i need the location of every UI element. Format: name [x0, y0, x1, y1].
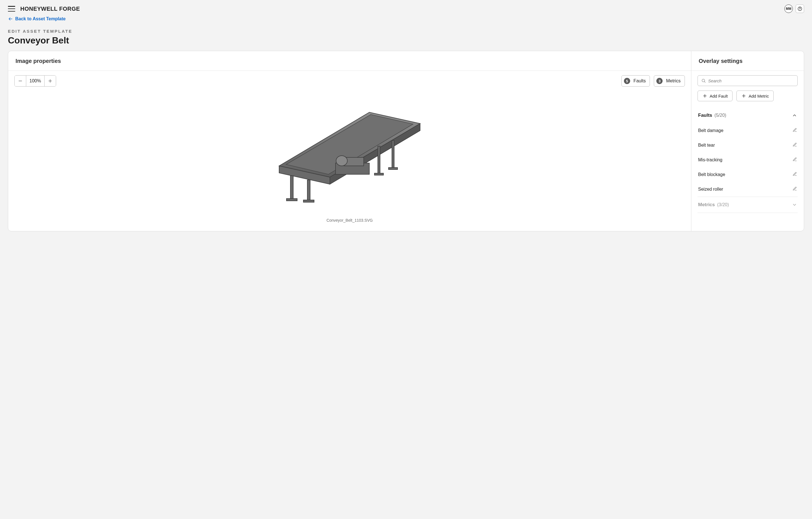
back-link[interactable]: Back to Asset Template: [8, 16, 66, 22]
faults-label: Faults: [634, 78, 646, 83]
edit-fault-button[interactable]: [792, 187, 797, 192]
back-link-label: Back to Asset Template: [15, 16, 66, 22]
edit-icon: [792, 142, 797, 147]
badge-group: 5 Faults 3 Metrics: [621, 75, 685, 87]
top-bar-right: MM: [784, 4, 804, 13]
search-box[interactable]: [698, 75, 798, 86]
overlay-settings-panel: Overlay settings Add Fault Add Metric: [691, 51, 804, 231]
svg-point-1: [800, 9, 800, 10]
image-filename: Conveyor_Belt_1103.SVG: [8, 218, 691, 231]
main-panel: Image properties 100% 5 Faults 3 Metric: [8, 51, 804, 231]
top-bar: HONEYWELL FORGE MM: [0, 0, 812, 15]
fault-item[interactable]: Belt blockage: [698, 167, 798, 182]
help-button[interactable]: [796, 4, 804, 13]
edit-icon: [792, 187, 797, 191]
add-buttons: Add Fault Add Metric: [698, 90, 798, 101]
image-properties-panel: Image properties 100% 5 Faults 3 Metric: [8, 51, 691, 231]
image-properties-title: Image properties: [8, 51, 691, 71]
add-fault-button[interactable]: Add Fault: [698, 90, 732, 101]
add-metric-button[interactable]: Add Metric: [736, 90, 774, 101]
metrics-badge[interactable]: 3 Metrics: [654, 75, 685, 87]
page-title: Conveyor Belt: [8, 35, 804, 46]
svg-rect-14: [286, 198, 297, 201]
faults-section-header[interactable]: Faults (5/20): [698, 107, 798, 123]
plus-icon: [702, 93, 707, 99]
faults-count: 5: [624, 78, 630, 84]
svg-rect-19: [392, 140, 394, 169]
svg-rect-16: [303, 200, 314, 202]
metrics-section-label: Metrics: [698, 202, 715, 208]
svg-rect-13: [290, 176, 293, 200]
search-input[interactable]: [708, 78, 794, 83]
fault-item[interactable]: Belt tear: [698, 138, 798, 153]
faults-section-count: (5/20): [715, 113, 726, 118]
metrics-label: Metrics: [666, 78, 680, 83]
fault-item-label: Seized roller: [698, 187, 723, 192]
metrics-count: 3: [656, 78, 663, 84]
svg-line-22: [704, 82, 705, 82]
edit-icon: [792, 172, 797, 176]
chevron-down-icon: [792, 202, 797, 207]
plus-icon: [48, 78, 53, 83]
page-eyebrow: EDIT ASSET TEMPLATE: [8, 29, 804, 33]
minus-icon: [18, 78, 23, 83]
search-icon: [701, 78, 706, 83]
hamburger-menu-icon[interactable]: [8, 6, 15, 11]
svg-rect-15: [307, 180, 310, 201]
image-canvas[interactable]: [8, 91, 691, 218]
conveyor-illustration: [271, 104, 429, 206]
fault-item-label: Mis-tracking: [698, 157, 722, 162]
edit-icon: [792, 128, 797, 132]
metrics-section-header[interactable]: Metrics (3/20): [698, 197, 798, 213]
fault-item-label: Belt tear: [698, 143, 715, 148]
edit-fault-button[interactable]: [792, 172, 797, 177]
page-header: Back to Asset Template EDIT ASSET TEMPLA…: [0, 15, 812, 51]
edit-fault-button[interactable]: [792, 142, 797, 148]
avatar[interactable]: MM: [784, 4, 793, 13]
overlay-body: Add Fault Add Metric Faults (5/20): [691, 71, 804, 217]
zoom-control: 100%: [14, 75, 56, 87]
add-metric-label: Add Metric: [749, 94, 769, 99]
faults-list: Belt damageBelt tearMis-trackingBelt blo…: [698, 123, 798, 197]
zoom-in-button[interactable]: [45, 76, 56, 86]
edit-fault-button[interactable]: [792, 157, 797, 163]
zoom-value: 100%: [26, 76, 45, 86]
arrow-left-icon: [8, 16, 13, 22]
edit-fault-button[interactable]: [792, 128, 797, 133]
edit-icon: [792, 157, 797, 162]
faults-section-label: Faults: [698, 113, 712, 118]
help-icon: [798, 6, 803, 11]
chevron-up-icon: [792, 113, 797, 118]
overlay-settings-title: Overlay settings: [691, 51, 804, 71]
svg-point-12: [336, 156, 347, 166]
plus-icon: [741, 93, 746, 99]
brand-logo: HONEYWELL FORGE: [20, 6, 80, 12]
fault-item[interactable]: Belt damage: [698, 123, 798, 138]
metrics-section-count: (3/20): [717, 202, 729, 207]
overlay-accordion: Faults (5/20) Belt damageBelt tearMis-tr…: [698, 107, 798, 213]
fault-item[interactable]: Mis-tracking: [698, 153, 798, 167]
zoom-out-button[interactable]: [14, 76, 26, 86]
image-toolbar: 100% 5 Faults 3 Metrics: [8, 71, 691, 91]
add-fault-label: Add Fault: [709, 94, 728, 99]
top-bar-left: HONEYWELL FORGE: [8, 6, 80, 12]
fault-item[interactable]: Seized roller: [698, 182, 798, 197]
faults-badge[interactable]: 5 Faults: [621, 75, 650, 87]
fault-item-label: Belt damage: [698, 128, 723, 133]
svg-rect-17: [378, 146, 380, 174]
fault-item-label: Belt blockage: [698, 172, 725, 177]
svg-rect-18: [374, 173, 383, 175]
svg-rect-20: [388, 168, 398, 169]
